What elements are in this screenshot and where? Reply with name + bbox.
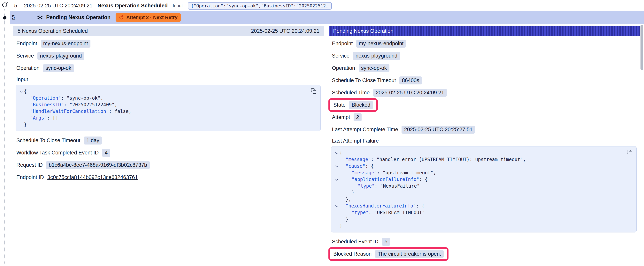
input-label: Input: [173, 3, 183, 9]
main-content: 5 2025-02-25 UTC 20:24:09.21 Nexus Opera…: [10, 0, 644, 266]
code-line: "Operation": "sync-op-ok",: [18, 95, 308, 101]
field-attempt: Attempt 2: [329, 111, 640, 123]
field-label: Endpoint: [16, 41, 37, 47]
field-service: Service nexus-playground: [329, 50, 640, 62]
event-row-pending-nexus-operation[interactable]: 5 Pending Nexus Operation Attempt 2 · Ne…: [10, 11, 644, 24]
field-label: Service: [332, 53, 350, 59]
code-line: "cause": {: [334, 163, 624, 169]
field-value-chip: 2025-02-25 UTC 20:25:27.51: [402, 126, 475, 134]
field-label: Blocked Reason: [333, 251, 372, 257]
code-line: "nexusHandlerFailureInfo": {: [334, 203, 624, 209]
code-line: "type": "NexusFailure": [334, 183, 624, 189]
field-value-chip: 86400s: [400, 76, 422, 84]
field-endpoint: Endpoint my-nexus-endpoint: [329, 38, 640, 50]
failure-json-lines: {"message": "handler error (UPSTREAM_TIM…: [334, 150, 624, 229]
retry-icon: [119, 15, 124, 20]
scheduled-panel-body: Endpoint my-nexus-endpoint Service nexus…: [13, 36, 324, 183]
field-label: Attempt: [332, 114, 350, 120]
code-line: }: [334, 216, 624, 222]
field-last-attempt-failure: Last Attempt Failure: [329, 136, 640, 146]
field-last-attempt-complete-time: Last Attempt Complete Time 2025-02-25 UT…: [329, 123, 640, 136]
scheduled-event-panel: 5 Nexus Operation Scheduled 2025-02-25 U…: [13, 26, 324, 183]
field-scheduled-event-id: Scheduled Event ID 5: [329, 235, 640, 248]
field-label: Schedule To Close Timeout: [332, 77, 396, 84]
field-blocked-reason: Blocked Reason The circuit breaker is op…: [329, 248, 640, 260]
field-value-chip: my-nexus-endpoint: [41, 40, 91, 48]
code-line: {: [18, 88, 308, 95]
state-highlight-annotation: State Blocked: [328, 98, 378, 112]
field-value-chip: b1c6a4bc-8ee7-468a-9169-df3b02c8737b: [46, 161, 150, 169]
field-value-chip: 2: [354, 113, 362, 121]
field-endpoint: Endpoint my-nexus-endpoint: [13, 38, 324, 50]
field-label: Schedule To Close Timeout: [16, 137, 80, 144]
endpoint-id-link[interactable]: 3c0c75ccfa8144b092c13ce632463761: [47, 174, 138, 180]
field-input: Input: [13, 74, 324, 84]
event-detail-area: 5 Nexus Operation Scheduled 2025-02-25 U…: [13, 26, 644, 266]
collapse-caret-icon[interactable]: [334, 179, 340, 180]
copy-icon[interactable]: [626, 149, 633, 157]
field-workflow-task-completed-event-id: Workflow Task Completed Event ID 4: [13, 147, 324, 159]
code-line: "type": "UPSTREAM_TIMEOUT": [334, 209, 624, 216]
code-line: {: [334, 150, 624, 156]
code-line: "message": "handler error (UPSTREAM_TIME…: [334, 156, 624, 163]
field-label: Workflow Task Completed Event ID: [16, 150, 99, 156]
field-value-chip: sync-op-ok: [359, 64, 390, 72]
pending-panel-body: Endpoint my-nexus-endpoint Service nexus…: [329, 36, 640, 260]
field-label: Last Attempt Complete Time: [332, 127, 398, 133]
field-service: Service nexus-playground: [13, 50, 324, 62]
state-value-chip: Blocked: [349, 101, 373, 109]
field-value-chip: 4: [102, 149, 110, 157]
failure-json-viewer: {"message": "handler error (UPSTREAM_TIM…: [331, 146, 636, 232]
retry-badge: Attempt 2 · Next Retry: [116, 13, 181, 22]
field-value-chip: nexus-playground: [353, 52, 400, 60]
code-line: "applicationFailureInfo": {: [334, 176, 624, 183]
workflow-start-icon: [2, 2, 8, 9]
field-value-chip: my-nexus-endpoint: [356, 40, 406, 48]
code-line: "BusinessID": "20250225122409",: [18, 101, 308, 108]
copy-icon[interactable]: [310, 87, 317, 95]
pending-asterisk-icon: [37, 15, 43, 21]
input-json-lines: {"Operation": "sync-op-ok","BusinessID":…: [18, 88, 308, 128]
field-value-chip: sync-op-ok: [43, 64, 74, 72]
pending-panel-header: Pending Nexus Operation: [329, 26, 640, 36]
temporal-event-details-view: 5 2025-02-25 UTC 20:24:09.21 Nexus Opera…: [0, 0, 644, 266]
event-name: Nexus Operation Scheduled: [98, 3, 168, 9]
field-label: Operation: [16, 65, 40, 71]
panel-title: Pending Nexus Operation: [333, 28, 393, 34]
input-preview-pill[interactable]: {"Operation":"sync-op-ok","BusinessID":"…: [188, 2, 332, 10]
field-operation: Operation sync-op-ok: [329, 62, 640, 74]
code-line: "HandlerWaitForCancellation": false,: [18, 108, 308, 115]
panel-timestamp: 2025-02-25 UTC 20:24:09.21: [251, 28, 320, 34]
blocked-reason-highlight-annotation: Blocked Reason The circuit breaker is op…: [328, 247, 448, 261]
field-label: Operation: [332, 65, 355, 71]
input-json-viewer: {"Operation": "sync-op-ok","BusinessID":…: [16, 85, 321, 131]
field-operation: Operation sync-op-ok: [13, 62, 324, 74]
collapse-caret-icon[interactable]: [334, 205, 340, 207]
scrollbar-thumb[interactable]: [640, 25, 643, 70]
field-request-id: Request ID b1c6a4bc-8ee7-468a-9169-df3b0…: [13, 159, 324, 171]
event-id: 5: [14, 3, 19, 9]
pending-event-id-link[interactable]: 5: [12, 15, 16, 21]
collapse-caret-icon[interactable]: [18, 91, 24, 92]
field-label: Request ID: [16, 162, 43, 168]
field-label: Endpoint ID: [16, 174, 44, 180]
field-schedule-to-close-timeout: Schedule To Close Timeout 1 day: [13, 134, 324, 147]
pending-event-name: Pending Nexus Operation: [46, 15, 110, 21]
collapse-caret-icon[interactable]: [334, 152, 340, 154]
panel-title: 5 Nexus Operation Scheduled: [18, 28, 88, 34]
field-endpoint-id: Endpoint ID 3c0c75ccfa8144b092c13ce63246…: [13, 171, 324, 183]
field-label: Scheduled Event ID: [332, 239, 378, 245]
event-row-nexus-operation-scheduled[interactable]: 5 2025-02-25 UTC 20:24:09.21 Nexus Opera…: [10, 0, 644, 11]
field-state: State Blocked: [329, 99, 640, 111]
code-line: "Args": []: [18, 115, 308, 121]
code-line: }: [334, 189, 624, 196]
retry-badge-label: Attempt 2 · Next Retry: [126, 15, 178, 20]
collapse-caret-icon[interactable]: [334, 166, 340, 167]
field-value-chip: 2025-02-25 UTC 20:24:09.21: [373, 89, 447, 97]
field-label: Last Attempt Failure: [332, 138, 379, 144]
field-scheduled-time: Scheduled Time 2025-02-25 UTC 20:24:09.2…: [329, 87, 640, 99]
field-value-chip: 1 day: [84, 137, 102, 144]
field-label: Scheduled Time: [332, 90, 370, 96]
field-value-chip: nexus-playground: [38, 52, 84, 60]
field-label: Service: [16, 53, 34, 59]
